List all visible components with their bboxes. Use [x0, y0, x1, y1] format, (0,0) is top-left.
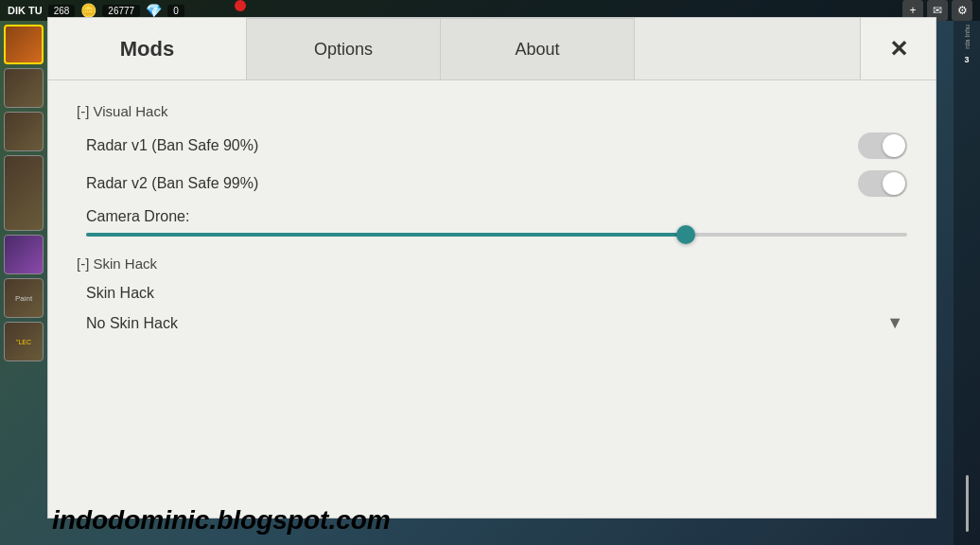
dialog-content: [-] Visual Hack Radar v1 (Ban Safe 90%) … [48, 80, 936, 518]
tab-options[interactable]: Options [247, 18, 441, 79]
camera-drone-row: Camera Drone: [77, 208, 907, 237]
right-sidebar-text1: rda Inhu [964, 25, 971, 49]
tab-mods[interactable]: Mods [48, 18, 247, 79]
red-dot-indicator [235, 0, 246, 11]
coin-icon: 🪙 [80, 3, 96, 18]
camera-drone-label: Camera Drone: [86, 208, 907, 225]
radar-v2-row: Radar v2 (Ban Safe 99%) [77, 170, 907, 197]
gem-icon: 💎 [146, 3, 162, 18]
game-item-3 [4, 155, 44, 231]
game-item-6: "LEC [4, 322, 44, 361]
visual-hack-header: [-] Visual Hack [77, 103, 907, 119]
camera-drone-fill [86, 233, 686, 237]
game-right-sidebar: rda Inhu 3 [954, 21, 980, 545]
skin-hack-checkbox-label: Skin Hack [86, 285, 154, 301]
skin-hack-header: [-] Skin Hack [77, 255, 907, 272]
tab-bar: Mods Options About ✕ [48, 18, 936, 80]
hud-gems: 0 [167, 5, 184, 17]
game-item-2 [4, 112, 44, 151]
right-sidebar-bar [966, 475, 969, 532]
radar-v2-toggle[interactable] [858, 170, 907, 197]
game-item-4 [4, 235, 44, 274]
hud-gold: 26777 [102, 5, 140, 17]
player-avatar [4, 25, 44, 64]
game-item-5: Paint [4, 278, 44, 318]
game-item-1 [4, 68, 44, 108]
hud-title-label: DIK TU [8, 5, 43, 16]
game-left-sidebar: Paint "LEC [0, 21, 47, 545]
tab-spacer [635, 18, 860, 79]
no-skin-hack-dropdown[interactable]: No Skin Hack ▼ [77, 313, 907, 333]
radar-v1-row: Radar v1 (Ban Safe 90%) [77, 132, 907, 159]
dropdown-arrow-icon: ▼ [886, 313, 903, 333]
radar-v2-label: Radar v2 (Ban Safe 99%) [86, 175, 258, 192]
radar-v1-toggle[interactable] [858, 132, 907, 159]
skin-hack-checkbox-row: Skin Hack [77, 285, 907, 302]
radar-v1-label: Radar v1 (Ban Safe 90%) [86, 137, 258, 154]
skin-hack-section: [-] Skin Hack Skin Hack No Skin Hack ▼ [77, 255, 907, 333]
right-sidebar-text2: 3 [964, 55, 969, 64]
camera-drone-track[interactable] [86, 233, 907, 237]
radar-v1-knob [883, 134, 905, 157]
visual-hack-section: [-] Visual Hack Radar v1 (Ban Safe 90%) … [77, 103, 907, 237]
main-dialog: Mods Options About ✕ [-] Visual Hack Rad… [47, 17, 936, 519]
radar-v2-knob [883, 172, 905, 195]
camera-drone-thumb[interactable] [676, 225, 695, 244]
settings-button[interactable]: ⚙ [952, 0, 972, 21]
hud-score: 268 [48, 5, 76, 17]
close-button[interactable]: ✕ [860, 18, 936, 79]
dropdown-selected-label: No Skin Hack [86, 315, 178, 332]
watermark: indodominic.blogspot.com [52, 505, 391, 536]
tab-about[interactable]: About [441, 18, 635, 79]
